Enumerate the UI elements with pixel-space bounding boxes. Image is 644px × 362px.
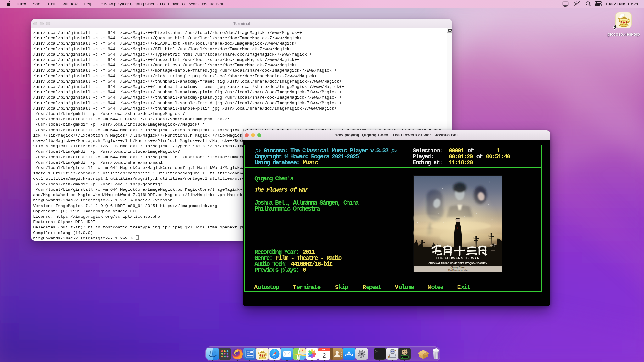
svg-text:DEC: DEC <box>322 348 326 350</box>
svg-text:THE FLOWERS OF WAR: THE FLOWERS OF WAR <box>436 256 480 260</box>
svg-text:2: 2 <box>323 352 326 359</box>
svg-text:ORIGINAL MUSIC COMPOSED BY QIG: ORIGINAL MUSIC COMPOSED BY QIGANG CHEN <box>428 262 487 265</box>
svg-text:>_: >_ <box>375 350 380 354</box>
svg-text:Qigang Chen:: Qigang Chen: <box>450 266 465 269</box>
svg-text:The Flowers of War: The Flowers of War <box>448 269 468 272</box>
svg-text:>_: >_ <box>402 356 405 358</box>
